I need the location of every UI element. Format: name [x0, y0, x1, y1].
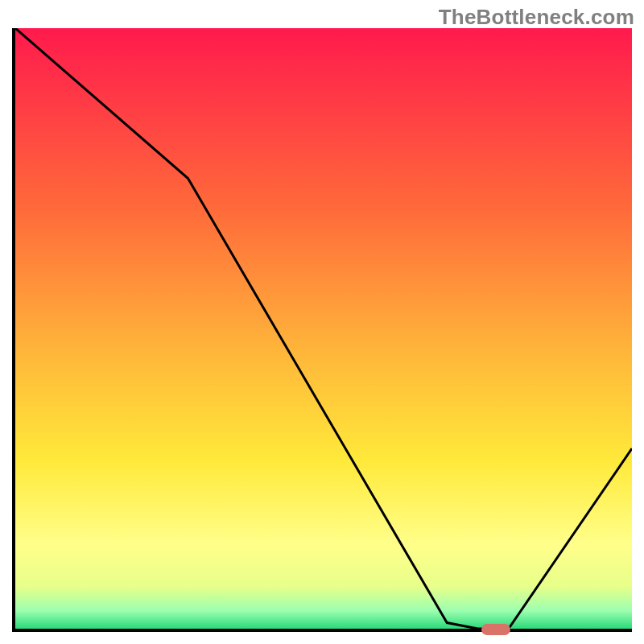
- watermark-text: TheBottleneck.com: [439, 5, 634, 30]
- chart-svg: [15, 28, 632, 629]
- plot-area: [12, 28, 632, 632]
- gradient-background: [15, 28, 632, 629]
- optimal-marker: [481, 624, 510, 635]
- chart-frame: TheBottleneck.com: [0, 0, 644, 644]
